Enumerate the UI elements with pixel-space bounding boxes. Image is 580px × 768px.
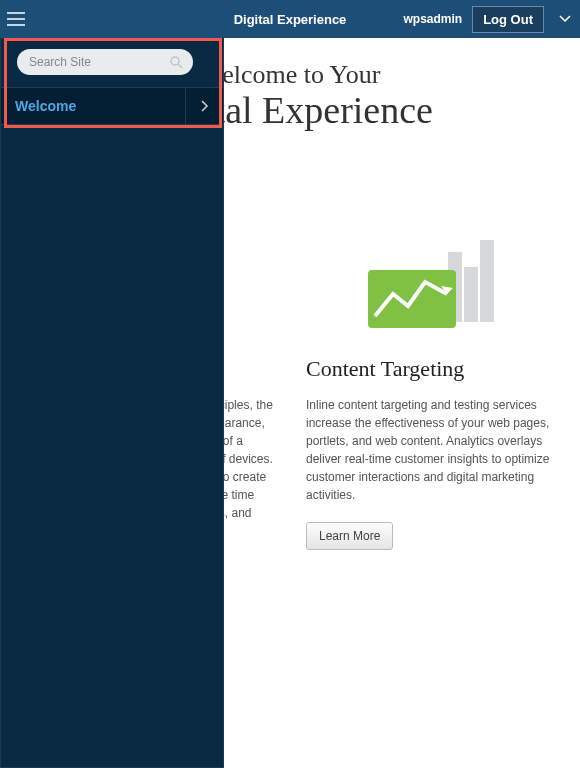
card-targeting-learn-button[interactable]: Learn More	[306, 522, 393, 550]
svg-line-16	[178, 64, 182, 68]
sidebar-item-welcome[interactable]: Welcome	[1, 87, 223, 125]
card-targeting: Content Targeting Inline content targeti…	[306, 222, 550, 586]
search-box[interactable]	[17, 49, 193, 75]
card-targeting-title: Content Targeting	[306, 356, 550, 382]
sidebar-item-label: Welcome	[15, 98, 76, 114]
svg-rect-11	[464, 267, 478, 322]
logout-button[interactable]: Log Out	[472, 6, 544, 33]
svg-rect-12	[480, 240, 494, 322]
chevron-down-icon[interactable]	[558, 15, 572, 23]
targeting-illustration	[306, 222, 550, 342]
search-wrap	[1, 39, 223, 87]
current-user: wpsadmin	[403, 12, 462, 26]
hamburger-menu-icon[interactable]	[0, 0, 32, 38]
topbar: Digital Experience wpsadmin Log Out	[0, 0, 580, 38]
topbar-right: wpsadmin Log Out	[403, 6, 580, 33]
search-icon	[170, 55, 183, 73]
search-input[interactable]	[29, 55, 165, 69]
app-title: Digital Experience	[234, 12, 347, 27]
card-targeting-body: Inline content targeting and testing ser…	[306, 396, 550, 504]
sidebar: Welcome	[0, 38, 224, 768]
chevron-right-icon[interactable]	[185, 87, 223, 125]
svg-point-15	[171, 57, 179, 65]
